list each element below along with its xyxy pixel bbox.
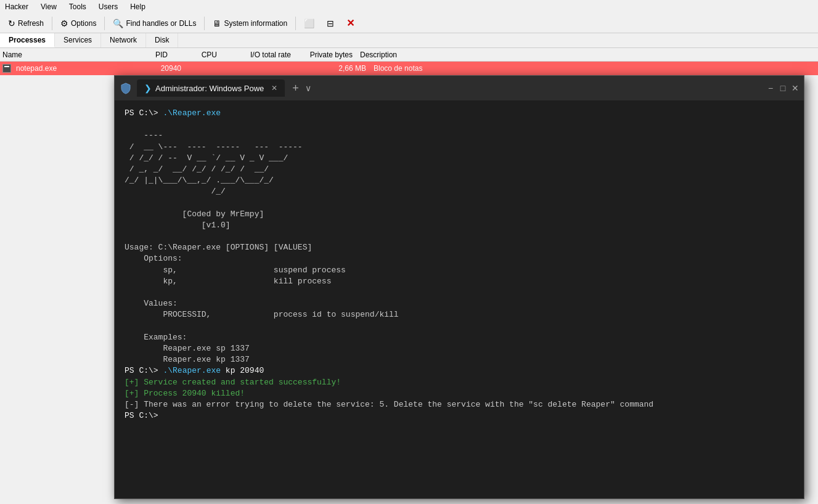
terminal-dropdown-button[interactable]: ∨ xyxy=(305,83,311,93)
col-header-name: Name xyxy=(0,51,123,59)
terminal-add-tab-button[interactable]: + xyxy=(292,82,299,95)
notepad-exe-icon xyxy=(2,64,11,73)
toolbar-separator-4 xyxy=(295,17,296,30)
prompt-2: PS C:\> xyxy=(125,366,158,375)
tab-network[interactable]: Network xyxy=(101,33,146,47)
output-line-2: [+] Process 20940 killed! xyxy=(125,389,245,398)
find-handles-button[interactable]: Find handles or DLLs xyxy=(107,16,202,31)
col-header-private: Private bytes xyxy=(296,51,358,59)
minimize-button[interactable] xyxy=(321,16,340,31)
powershell-icon: ❯ xyxy=(144,83,152,93)
prompt-1: PS C:\> xyxy=(125,108,158,118)
tab-processes[interactable]: Processes xyxy=(0,33,55,47)
menu-tools[interactable]: Tools xyxy=(67,1,89,12)
table-header: Name PID CPU I/O total rate Private byte… xyxy=(0,48,818,62)
process-pid: 20940 xyxy=(137,64,186,73)
toolbar-separator-1 xyxy=(52,17,52,30)
output-line-3: [-] There was an error trying to delete … xyxy=(125,400,653,409)
process-name: notepad.exe xyxy=(14,64,137,73)
process-table: Name PID CPU I/O total rate Private byte… xyxy=(0,48,818,75)
options-icon xyxy=(60,18,68,28)
menu-hacker[interactable]: Hacker xyxy=(2,1,31,12)
output-line-1: [+] Service created and started successf… xyxy=(125,378,341,387)
sysinfo-icon xyxy=(213,18,221,28)
close-icon xyxy=(346,17,354,29)
terminal-close-button[interactable]: ✕ xyxy=(791,84,799,92)
toolbar: Refresh Options Find handles or DLLs Sys… xyxy=(0,14,818,33)
window-button[interactable] xyxy=(298,16,320,31)
terminal-tab-close-button[interactable]: ✕ xyxy=(271,84,277,92)
menu-view[interactable]: View xyxy=(38,1,59,12)
tab-services[interactable]: Services xyxy=(55,33,101,47)
tab-bar: Processes Services Network Disk xyxy=(0,33,818,48)
minimize-icon xyxy=(327,18,334,28)
col-header-pid: PID xyxy=(123,51,173,59)
col-header-cpu: CPU xyxy=(173,51,222,59)
find-handles-label: Find handles or DLLs xyxy=(126,19,196,28)
toolbar-separator-2 xyxy=(104,17,105,30)
close-button[interactable] xyxy=(341,15,360,31)
terminal-window: ❯ Administrador: Windows Powe ✕ + ∨ − □ … xyxy=(114,75,804,499)
refresh-button[interactable]: Refresh xyxy=(2,16,49,31)
process-description: Bloco de notas xyxy=(371,64,818,73)
col-header-io: I/O total rate xyxy=(222,51,296,59)
table-row[interactable]: notepad.exe 20940 2,66 MB Bloco de notas xyxy=(0,62,818,75)
shield-icon xyxy=(120,82,132,94)
window-icon xyxy=(304,18,314,28)
prompt-3: PS C:\> xyxy=(125,411,158,420)
menu-help[interactable]: Help xyxy=(128,1,148,12)
options-button[interactable]: Options xyxy=(55,16,102,31)
sysinfo-button[interactable]: System information xyxy=(207,16,293,31)
terminal-titlebar: ❯ Administrador: Windows Powe ✕ + ∨ − □ … xyxy=(115,76,804,100)
col-header-desc: Description xyxy=(358,51,818,59)
terminal-tab-label: Administrador: Windows Powe xyxy=(155,84,264,93)
process-private: 2,66 MB xyxy=(309,64,371,73)
command-2-args: kp 20940 xyxy=(221,366,264,375)
terminal-minimize-button[interactable]: − xyxy=(767,84,774,92)
tab-disk[interactable]: Disk xyxy=(146,33,178,47)
menu-bar: Hacker View Tools Users Help xyxy=(0,0,818,14)
refresh-label: Refresh xyxy=(18,19,44,28)
command-2: .\Reaper.exe xyxy=(163,366,221,375)
sysinfo-label: System information xyxy=(224,19,287,28)
terminal-body[interactable]: PS C:\> .\Reaper.exe ---- / __ \--- ----… xyxy=(115,100,804,498)
terminal-maximize-button[interactable]: □ xyxy=(779,84,787,92)
command-1: .\Reaper.exe xyxy=(163,108,221,118)
toolbar-separator-3 xyxy=(204,17,205,30)
terminal-active-tab[interactable]: ❯ Administrador: Windows Powe ✕ xyxy=(137,79,285,97)
options-label: Options xyxy=(71,19,96,28)
menu-users[interactable]: Users xyxy=(96,1,120,12)
refresh-icon xyxy=(8,18,15,28)
terminal-window-controls: − □ ✕ xyxy=(767,84,799,92)
find-handles-icon xyxy=(113,18,123,28)
